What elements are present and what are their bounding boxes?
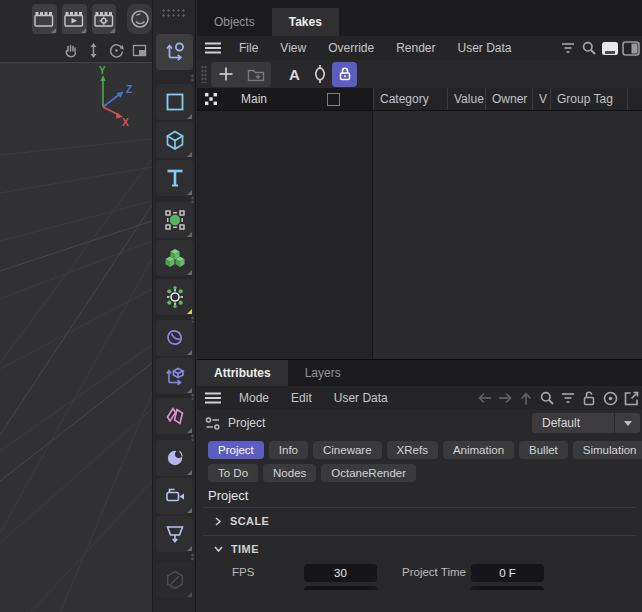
- camera-lens-button[interactable]: [127, 4, 152, 34]
- attributes-menubar: Mode Edit User Data: [197, 386, 642, 410]
- column-v[interactable]: V: [532, 88, 550, 110]
- stage-tool[interactable]: [156, 516, 193, 552]
- render-picture-viewer-button[interactable]: [62, 4, 87, 34]
- column-owner[interactable]: Owner: [485, 88, 532, 110]
- section-time[interactable]: TIME: [197, 538, 642, 560]
- render-view-button[interactable]: [32, 4, 57, 34]
- divider: [203, 535, 636, 536]
- menu-user-data[interactable]: User Data: [323, 391, 399, 405]
- submenu-corner: [187, 350, 192, 355]
- dynamics-gear-tool[interactable]: [156, 279, 193, 315]
- panel-menu-icon[interactable]: [202, 392, 224, 404]
- filter-icon[interactable]: [559, 389, 577, 407]
- takes-toolbar: A: [197, 60, 642, 88]
- fps-label: FPS: [232, 566, 254, 578]
- column-value[interactable]: Value: [447, 88, 485, 110]
- cloner-tool[interactable]: [156, 240, 193, 276]
- attr-tab-nodes[interactable]: Nodes: [263, 464, 316, 482]
- menu-user-data[interactable]: User Data: [447, 41, 523, 55]
- attr-tab-octanerender[interactable]: OctaneRender: [321, 464, 416, 482]
- preset-dropdown[interactable]: Default: [532, 413, 640, 433]
- menu-file[interactable]: File: [228, 41, 269, 55]
- dolly-icon[interactable]: [84, 41, 102, 59]
- rectangle-spline-tool[interactable]: [156, 84, 193, 120]
- back-icon[interactable]: [475, 389, 493, 407]
- filter-icon[interactable]: [559, 39, 577, 57]
- render-settings-button[interactable]: [92, 4, 117, 34]
- preset-value[interactable]: Default: [532, 413, 614, 433]
- display-split-icon[interactable]: [622, 39, 640, 57]
- next-field-partial: [471, 586, 544, 590]
- takes-columns-area[interactable]: [373, 111, 642, 359]
- camera-tool[interactable]: [156, 478, 193, 514]
- tab-attributes[interactable]: Attributes: [197, 360, 288, 386]
- tab-objects[interactable]: Objects: [197, 8, 272, 36]
- open-window-icon[interactable]: [622, 389, 640, 407]
- add-take-button[interactable]: [211, 62, 241, 87]
- attr-tab-animation[interactable]: Animation: [443, 441, 514, 459]
- submenu-corner: [187, 232, 192, 237]
- deformer-tool[interactable]: [156, 320, 193, 356]
- strip-drag-handle[interactable]: [161, 8, 187, 17]
- mode-icon[interactable]: [204, 415, 221, 432]
- tab-takes[interactable]: Takes: [272, 8, 339, 36]
- tool-strip: [152, 0, 196, 612]
- search-icon[interactable]: [580, 39, 598, 57]
- pen-spline-tool[interactable]: [156, 34, 193, 70]
- preset-dropdown-arrow[interactable]: [615, 413, 640, 433]
- toolbar-drag-handle[interactable]: [201, 65, 207, 83]
- project-time-input[interactable]: [471, 564, 544, 582]
- viewport-toolbar: [0, 0, 152, 38]
- attr-tab-xrefs[interactable]: XRefs: [387, 441, 438, 459]
- column-category[interactable]: Category: [373, 88, 447, 110]
- attributes-object-row: Project Default: [197, 410, 642, 436]
- fps-input[interactable]: [304, 564, 377, 582]
- main-take-icon: [204, 92, 218, 106]
- target-icon[interactable]: [601, 389, 619, 407]
- attr-tab-bullet[interactable]: Bullet: [519, 441, 568, 459]
- take-checkbox[interactable]: [327, 93, 340, 106]
- cube-primitive-tool[interactable]: [156, 122, 193, 158]
- rotate-icon[interactable]: [107, 41, 125, 59]
- tab-layers[interactable]: Layers: [288, 360, 358, 386]
- submenu-corner: [187, 190, 192, 195]
- menu-override[interactable]: Override: [317, 41, 385, 55]
- edit-disabled-tool[interactable]: [156, 562, 193, 598]
- symmetry-tool[interactable]: [156, 398, 193, 434]
- up-icon[interactable]: [517, 389, 535, 407]
- menu-render[interactable]: Render: [385, 41, 446, 55]
- viewport-grid: [0, 63, 152, 612]
- viewport-nav-icons: [0, 38, 152, 62]
- panel-menu-icon[interactable]: [202, 42, 224, 54]
- search-icon[interactable]: [538, 389, 556, 407]
- environment-tool[interactable]: [156, 440, 193, 476]
- menu-edit[interactable]: Edit: [280, 391, 323, 405]
- take-row-main[interactable]: Main: [197, 88, 373, 110]
- add-group-button[interactable]: [241, 62, 271, 87]
- viewport-canvas[interactable]: Y Z X: [0, 62, 152, 612]
- maximize-view-icon[interactable]: [130, 41, 148, 59]
- lock-open-icon[interactable]: [580, 389, 598, 407]
- forward-icon[interactable]: [496, 389, 514, 407]
- lock-button[interactable]: [332, 62, 357, 87]
- attr-tab-cineware[interactable]: Cineware: [313, 441, 382, 459]
- workplane-axis-tool[interactable]: [156, 358, 193, 394]
- display-solo-icon[interactable]: [601, 39, 619, 57]
- text-spline-tool[interactable]: [156, 160, 193, 196]
- axis-z-label: Z: [126, 84, 132, 95]
- field-tool[interactable]: [156, 202, 193, 238]
- attr-tab-todo[interactable]: To Do: [208, 464, 258, 482]
- auto-take-button[interactable]: A: [282, 62, 307, 87]
- submenu-corner: [81, 28, 86, 33]
- pan-hand-icon[interactable]: [61, 41, 79, 59]
- attr-tab-simulation[interactable]: Simulation: [573, 441, 642, 459]
- column-group-tag[interactable]: Group Tag: [550, 88, 627, 110]
- link-button[interactable]: [307, 62, 332, 87]
- menu-mode[interactable]: Mode: [228, 391, 280, 405]
- takes-body[interactable]: [197, 111, 642, 360]
- menu-view[interactable]: View: [269, 41, 317, 55]
- attr-tab-project[interactable]: Project: [208, 441, 264, 459]
- takes-tree-area[interactable]: [197, 111, 373, 359]
- attr-tab-info[interactable]: Info: [269, 441, 308, 459]
- section-scale[interactable]: SCALE: [197, 510, 642, 532]
